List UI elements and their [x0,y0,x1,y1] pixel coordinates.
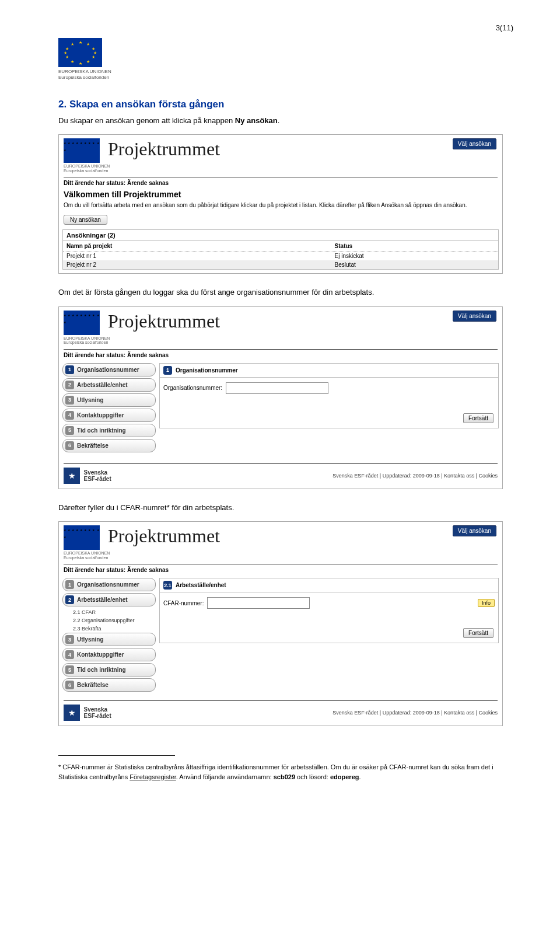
esf-line-2: ESF-rådet [84,476,111,482]
cell-status: Ej inskickat [331,252,512,260]
wizard-step-6[interactable]: 6Bekräftelse [62,439,156,452]
cfar-label: CFAR-nummer: [163,600,204,606]
esf-logo-icon: ★ [64,705,80,721]
step-num: 2 [65,595,74,604]
screenshot-orgnum: ★ ★ ★ ★ ★ ★ ★ ★ ★ ★ EUROPEISKA UNIONEN E… [58,306,503,489]
step-label: Tid och inriktning [77,427,126,434]
screenshot-cfar: ★ ★ ★ ★ ★ ★ ★ ★ ★ ★ EUROPEISKA UNIONEN E… [58,521,503,726]
step-num: 4 [65,411,74,420]
status-line: Ditt ärende har status: Ärende saknas [59,350,502,361]
wizard-substep[interactable]: 2.3 Bekräfta [62,625,156,633]
info-button[interactable]: Info [478,599,495,607]
step-label: Bekräftelse [77,442,108,449]
eu-sub-1: EUROPEISKA UNIONEN [64,164,110,169]
eu-logo-block: ★ ★ ★ ★ ★ ★ ★ ★ ★ ★ ★ ★ EUROPEISKA UNION… [58,38,513,81]
panel-title: Arbetsställe/enhet [176,582,226,588]
footnote-user: scb029 [274,773,295,780]
wizard-step-4[interactable]: 4Kontaktuppgifter [62,648,156,661]
welcome-desc: Om du vill fortsätta arbeta med en ansök… [59,200,502,212]
footnote: * CFAR-nummer är Statistiska centralbyrå… [58,762,513,782]
wizard-step-4[interactable]: 4Kontaktuppgifter [62,409,156,422]
panel-num: 1 [163,366,172,375]
wizard-step-6[interactable]: 6Bekräftelse [62,678,156,692]
wizard-substep[interactable]: 2.2 Organisationsuppgifter [62,616,156,625]
eu-label-2: Europeiska socialfonden [58,75,513,81]
footnote-link[interactable]: Företagsregister [130,773,176,780]
wizard-step-5[interactable]: 5Tid och inriktning [62,424,156,437]
cell-status: Beslutat [331,260,512,269]
eu-flag-icon: ★ ★ ★ ★ ★ ★ ★ ★ ★ ★ [64,311,100,335]
panel-num: 2.1 [163,581,172,590]
eu-sub-1: EUROPEISKA UNIONEN [64,336,110,341]
app-title: Projektrummet [108,525,220,547]
page-number: 3(11) [58,23,513,32]
intro-suffix: . [278,116,280,125]
section-title: 2. Skapa en ansökan första gången [58,99,513,110]
esf-logo-icon: ★ [64,468,80,484]
app-title: Projektrummet [108,311,220,332]
eu-sub-1: EUROPEISKA UNIONEN [64,551,110,556]
col-project-name: Namn på projekt [63,241,331,251]
orgnum-input[interactable] [226,382,328,394]
select-application-button[interactable]: Välj ansökan [453,525,496,536]
footer-text: Svenska ESF-rådet | Uppdaterad: 2009-09-… [332,710,498,716]
welcome-title: Välkommen till Projektrummet [59,189,502,200]
step-label: Kontaktuppgifter [77,651,124,658]
esf-line-2: ESF-rådet [84,713,111,719]
select-application-button[interactable]: Välj ansökan [453,138,496,149]
step-label: Bekräftelse [77,682,108,688]
step-num: 5 [65,665,74,674]
applications-table: Ansökningar (2) Namn på projekt Status P… [62,229,499,270]
esf-line-1: Svenska [84,706,108,713]
eu-flag-icon: ★ ★ ★ ★ ★ ★ ★ ★ ★ ★ [64,138,100,163]
esf-line-1: Svenska [84,469,108,476]
step-num: 3 [65,635,74,644]
cell-name: Projekt nr 2 [63,260,331,269]
wizard-panel: 2.1 Arbetsställe/enhet CFAR-nummer: Info… [159,578,499,643]
footnote-text-4: . [359,773,360,780]
step-label: Organisationsnummer [77,581,139,588]
select-application-button[interactable]: Välj ansökan [453,311,496,322]
step-label: Utlysning [77,397,104,403]
eu-flag-icon: ★ ★ ★ ★ ★ ★ ★ ★ ★ ★ ★ ★ [58,38,102,67]
table-row[interactable]: Projekt nr 2 Beslutat [63,260,498,269]
footnote-text-2: . Använd följande användarnamn: [176,773,274,780]
wizard-step-5[interactable]: 5Tid och inriktning [62,663,156,677]
cfar-input[interactable] [207,597,310,609]
step-num: 1 [65,580,74,589]
wizard-step-1[interactable]: 1Organisationsnummer [62,578,156,591]
wizard-step-1[interactable]: 1Organisationsnummer [62,363,156,376]
after-paragraph: Därefter fyller du i CFAR-numret* för di… [58,502,513,514]
step-num: 4 [65,650,74,659]
wizard-step-3[interactable]: 3Utlysning [62,633,156,646]
app-title: Projektrummet [108,138,220,160]
eu-sub-2: Europeiska socialfonden [64,556,110,560]
wizard-sidebar: 1Organisationsnummer 2Arbetsställe/enhet… [62,363,156,456]
wizard-substep[interactable]: 2.1 CFAR [62,608,156,616]
footnote-pass: edopereg [330,773,359,780]
panel-title: Organisationsnummer [176,367,238,374]
step-num: 1 [65,365,74,374]
continue-button[interactable]: Fortsätt [463,628,494,638]
step-label: Tid och inriktning [77,667,126,673]
intro-prefix: Du skapar en ansökan genom att klicka på… [58,116,235,125]
status-line: Ditt ärende har status: Ärende saknas [59,564,502,576]
table-row[interactable]: Projekt nr 1 Ej inskickat [63,252,498,260]
wizard-sidebar: 1Organisationsnummer 2Arbetsställe/enhet… [62,578,156,693]
footnote-rule [58,755,175,756]
col-status: Status [331,241,512,251]
step-label: Arbetsställe/enhet [77,382,128,388]
continue-button[interactable]: Fortsätt [463,413,494,423]
wizard-panel: 1 Organisationsnummer Organisationsnumme… [159,363,499,428]
step-num: 3 [65,396,74,404]
cell-name: Projekt nr 1 [63,252,331,260]
new-application-button[interactable]: Ny ansökan [64,215,107,225]
intro-bold: Ny ansökan [235,116,278,125]
wizard-step-2[interactable]: 2Arbetsställe/enhet [62,378,156,392]
wizard-step-3[interactable]: 3Utlysning [62,393,156,407]
wizard-step-2[interactable]: 2Arbetsställe/enhet [62,593,156,606]
orgnum-label: Organisationsnummer: [163,385,222,391]
mid-paragraph: Om det är första gången du loggar ska du… [58,287,513,298]
step-num: 6 [65,681,74,689]
step-num: 5 [65,426,74,435]
